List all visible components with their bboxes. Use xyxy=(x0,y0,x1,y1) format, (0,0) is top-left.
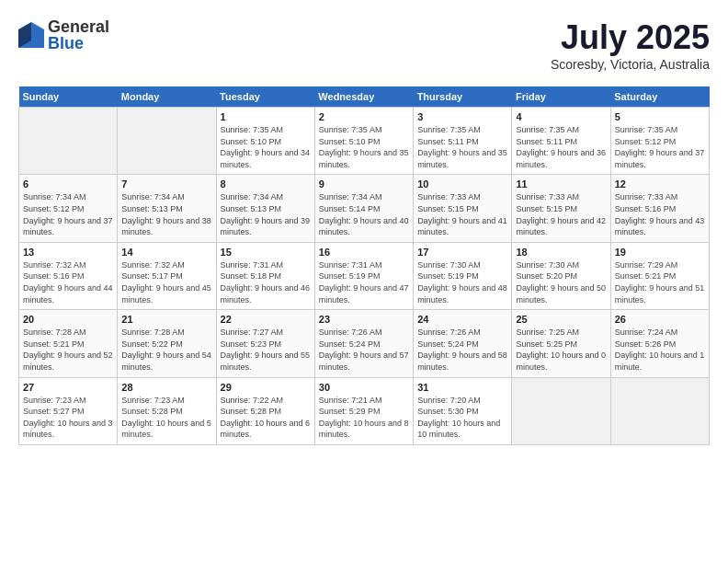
calendar-cell: 18Sunrise: 7:30 AM Sunset: 5:20 PM Dayli… xyxy=(512,242,610,309)
day-info: Sunrise: 7:22 AM Sunset: 5:28 PM Dayligh… xyxy=(221,395,311,441)
day-number: 5 xyxy=(615,111,705,122)
day-info: Sunrise: 7:32 AM Sunset: 5:16 PM Dayligh… xyxy=(23,259,113,305)
day-number: 27 xyxy=(23,382,113,393)
day-info: Sunrise: 7:25 AM Sunset: 5:25 PM Dayligh… xyxy=(516,327,606,373)
day-info: Sunrise: 7:24 AM Sunset: 5:26 PM Dayligh… xyxy=(615,327,705,373)
day-info: Sunrise: 7:35 AM Sunset: 5:11 PM Dayligh… xyxy=(516,124,606,170)
day-info: Sunrise: 7:33 AM Sunset: 5:16 PM Dayligh… xyxy=(615,191,705,237)
day-info: Sunrise: 7:33 AM Sunset: 5:15 PM Dayligh… xyxy=(417,191,507,237)
day-info: Sunrise: 7:30 AM Sunset: 5:20 PM Dayligh… xyxy=(516,259,606,305)
calendar-cell xyxy=(19,108,118,175)
calendar-header: Sunday Monday Tuesday Wednesday Thursday… xyxy=(19,86,710,108)
calendar-cell: 17Sunrise: 7:30 AM Sunset: 5:19 PM Dayli… xyxy=(414,242,512,309)
day-number: 14 xyxy=(121,247,211,258)
day-number: 30 xyxy=(319,382,409,393)
day-number: 22 xyxy=(221,314,311,325)
calendar-cell: 3Sunrise: 7:35 AM Sunset: 5:11 PM Daylig… xyxy=(414,108,512,175)
day-info: Sunrise: 7:30 AM Sunset: 5:19 PM Dayligh… xyxy=(417,259,507,305)
calendar-cell xyxy=(512,377,610,444)
calendar-cell: 12Sunrise: 7:33 AM Sunset: 5:16 PM Dayli… xyxy=(610,175,709,242)
calendar-cell: 5Sunrise: 7:35 AM Sunset: 5:12 PM Daylig… xyxy=(610,108,709,175)
day-info: Sunrise: 7:35 AM Sunset: 5:10 PM Dayligh… xyxy=(221,124,311,170)
day-number: 12 xyxy=(615,178,705,190)
calendar-cell: 1Sunrise: 7:35 AM Sunset: 5:10 PM Daylig… xyxy=(216,108,314,175)
day-number: 10 xyxy=(417,178,507,190)
calendar-cell: 25Sunrise: 7:25 AM Sunset: 5:25 PM Dayli… xyxy=(512,310,610,377)
day-info: Sunrise: 7:21 AM Sunset: 5:29 PM Dayligh… xyxy=(319,395,409,441)
calendar-cell: 21Sunrise: 7:28 AM Sunset: 5:22 PM Dayli… xyxy=(118,310,216,377)
calendar-cell: 29Sunrise: 7:22 AM Sunset: 5:28 PM Dayli… xyxy=(216,377,314,444)
calendar-cell: 26Sunrise: 7:24 AM Sunset: 5:26 PM Dayli… xyxy=(610,310,709,377)
day-info: Sunrise: 7:34 AM Sunset: 5:13 PM Dayligh… xyxy=(221,191,311,237)
calendar-cell: 23Sunrise: 7:26 AM Sunset: 5:24 PM Dayli… xyxy=(314,310,413,377)
calendar-week-3: 13Sunrise: 7:32 AM Sunset: 5:16 PM Dayli… xyxy=(19,242,710,309)
day-number: 16 xyxy=(319,247,409,258)
day-info: Sunrise: 7:32 AM Sunset: 5:17 PM Dayligh… xyxy=(121,259,211,305)
day-info: Sunrise: 7:34 AM Sunset: 5:14 PM Dayligh… xyxy=(319,191,409,237)
day-number: 17 xyxy=(417,247,507,258)
day-number: 11 xyxy=(516,178,606,190)
day-info: Sunrise: 7:28 AM Sunset: 5:21 PM Dayligh… xyxy=(23,327,113,373)
day-info: Sunrise: 7:28 AM Sunset: 5:22 PM Dayligh… xyxy=(121,327,211,373)
day-number: 9 xyxy=(319,178,409,190)
col-tuesday: Tuesday xyxy=(216,86,314,108)
day-info: Sunrise: 7:33 AM Sunset: 5:15 PM Dayligh… xyxy=(516,191,606,237)
calendar-cell: 30Sunrise: 7:21 AM Sunset: 5:29 PM Dayli… xyxy=(314,377,413,444)
day-number: 25 xyxy=(516,314,606,325)
day-info: Sunrise: 7:26 AM Sunset: 5:24 PM Dayligh… xyxy=(319,327,409,373)
calendar-body: 1Sunrise: 7:35 AM Sunset: 5:10 PM Daylig… xyxy=(19,108,710,445)
day-number: 3 xyxy=(417,111,507,122)
calendar-cell xyxy=(118,108,216,175)
calendar-week-4: 20Sunrise: 7:28 AM Sunset: 5:21 PM Dayli… xyxy=(19,310,710,377)
day-number: 20 xyxy=(23,314,113,325)
day-number: 7 xyxy=(121,178,211,190)
calendar-cell: 10Sunrise: 7:33 AM Sunset: 5:15 PM Dayli… xyxy=(414,175,512,242)
day-number: 15 xyxy=(221,247,311,258)
calendar-week-5: 27Sunrise: 7:23 AM Sunset: 5:27 PM Dayli… xyxy=(19,377,710,444)
calendar-cell: 4Sunrise: 7:35 AM Sunset: 5:11 PM Daylig… xyxy=(512,108,610,175)
calendar-cell: 14Sunrise: 7:32 AM Sunset: 5:17 PM Dayli… xyxy=(118,242,216,309)
day-info: Sunrise: 7:20 AM Sunset: 5:30 PM Dayligh… xyxy=(417,395,507,441)
calendar-cell: 19Sunrise: 7:29 AM Sunset: 5:21 PM Dayli… xyxy=(610,242,709,309)
day-info: Sunrise: 7:31 AM Sunset: 5:19 PM Dayligh… xyxy=(319,259,409,305)
day-info: Sunrise: 7:29 AM Sunset: 5:21 PM Dayligh… xyxy=(615,259,705,305)
day-info: Sunrise: 7:23 AM Sunset: 5:27 PM Dayligh… xyxy=(23,395,113,441)
day-info: Sunrise: 7:35 AM Sunset: 5:10 PM Dayligh… xyxy=(319,124,409,170)
calendar-cell: 15Sunrise: 7:31 AM Sunset: 5:18 PM Dayli… xyxy=(216,242,314,309)
day-number: 26 xyxy=(615,314,705,325)
calendar-cell: 24Sunrise: 7:26 AM Sunset: 5:24 PM Dayli… xyxy=(414,310,512,377)
logo: General Blue xyxy=(18,18,109,52)
calendar-cell: 2Sunrise: 7:35 AM Sunset: 5:10 PM Daylig… xyxy=(314,108,413,175)
day-info: Sunrise: 7:35 AM Sunset: 5:11 PM Dayligh… xyxy=(417,124,507,170)
col-thursday: Thursday xyxy=(414,86,512,108)
day-number: 1 xyxy=(221,111,311,122)
day-number: 6 xyxy=(23,178,113,190)
day-info: Sunrise: 7:23 AM Sunset: 5:28 PM Dayligh… xyxy=(121,395,211,441)
col-saturday: Saturday xyxy=(610,86,709,108)
calendar-cell: 9Sunrise: 7:34 AM Sunset: 5:14 PM Daylig… xyxy=(314,175,413,242)
day-number: 31 xyxy=(417,382,507,393)
day-info: Sunrise: 7:31 AM Sunset: 5:18 PM Dayligh… xyxy=(221,259,311,305)
calendar-week-2: 6Sunrise: 7:34 AM Sunset: 5:12 PM Daylig… xyxy=(19,175,710,242)
col-friday: Friday xyxy=(512,86,610,108)
location-text: Scoresby, Victoria, Australia xyxy=(551,57,710,72)
day-info: Sunrise: 7:26 AM Sunset: 5:24 PM Dayligh… xyxy=(417,327,507,373)
month-title: July 2025 xyxy=(551,18,710,57)
day-info: Sunrise: 7:35 AM Sunset: 5:12 PM Dayligh… xyxy=(615,124,705,170)
day-number: 8 xyxy=(221,178,311,190)
logo-icon xyxy=(18,22,44,48)
day-info: Sunrise: 7:34 AM Sunset: 5:12 PM Dayligh… xyxy=(23,191,113,237)
logo-general-text: General xyxy=(48,18,109,35)
col-wednesday: Wednesday xyxy=(314,86,413,108)
col-monday: Monday xyxy=(118,86,216,108)
day-number: 24 xyxy=(417,314,507,325)
calendar-cell: 28Sunrise: 7:23 AM Sunset: 5:28 PM Dayli… xyxy=(118,377,216,444)
header-row: Sunday Monday Tuesday Wednesday Thursday… xyxy=(19,86,710,108)
logo-blue-text: Blue xyxy=(48,35,109,52)
calendar-cell: 22Sunrise: 7:27 AM Sunset: 5:23 PM Dayli… xyxy=(216,310,314,377)
calendar-cell: 16Sunrise: 7:31 AM Sunset: 5:19 PM Dayli… xyxy=(314,242,413,309)
day-number: 19 xyxy=(615,247,705,258)
day-number: 28 xyxy=(121,382,211,393)
day-info: Sunrise: 7:27 AM Sunset: 5:23 PM Dayligh… xyxy=(221,327,311,373)
calendar-cell: 13Sunrise: 7:32 AM Sunset: 5:16 PM Dayli… xyxy=(19,242,118,309)
